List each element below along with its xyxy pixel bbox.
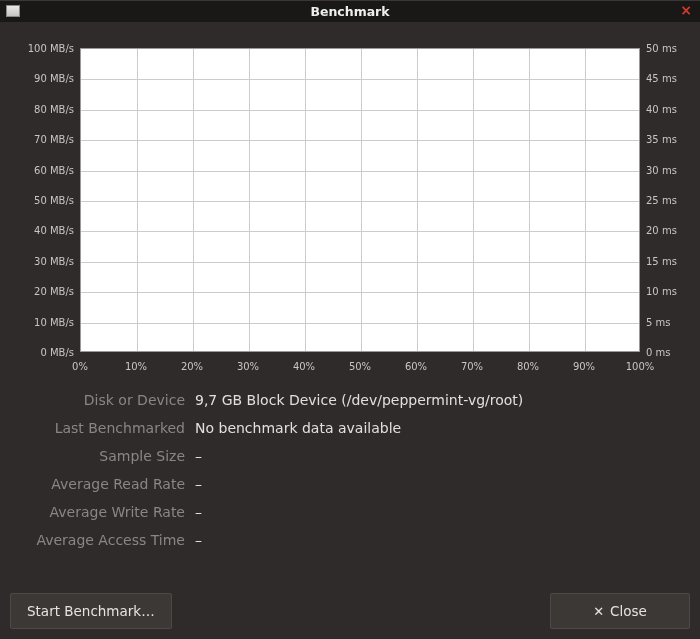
content-area: 100 MB/s50 ms90 MB/s45 ms80 MB/s40 ms70 … <box>0 22 700 639</box>
benchmark-window: Benchmark × 100 MB/s50 ms90 MB/s45 ms80 … <box>0 0 700 639</box>
close-x-icon: ✕ <box>593 605 604 618</box>
gridline-h <box>81 110 639 111</box>
info-value: No benchmark data available <box>195 420 690 436</box>
gridline-h <box>81 171 639 172</box>
gridline-h <box>81 292 639 293</box>
x-tick: 100% <box>626 361 655 372</box>
x-tick: 60% <box>405 361 427 372</box>
y-right-tick: 30 ms <box>646 164 690 175</box>
window-title: Benchmark <box>0 4 700 19</box>
gridline-h <box>81 201 639 202</box>
info-label: Average Read Rate <box>10 476 185 492</box>
gridline-v <box>137 49 138 351</box>
x-tick: 50% <box>349 361 371 372</box>
gridline-h <box>81 323 639 324</box>
info-label: Disk or Device <box>10 392 185 408</box>
info-value: – <box>195 476 690 492</box>
gridline-v <box>585 49 586 351</box>
y-left-tick: 30 MB/s <box>10 255 74 266</box>
x-tick: 10% <box>125 361 147 372</box>
x-tick: 20% <box>181 361 203 372</box>
start-benchmark-button[interactable]: Start Benchmark… <box>10 593 172 629</box>
gridline-v <box>473 49 474 351</box>
close-button[interactable]: ✕ Close <box>550 593 690 629</box>
y-right-tick: 15 ms <box>646 255 690 266</box>
gridline-v <box>193 49 194 351</box>
x-tick: 70% <box>461 361 483 372</box>
x-tick: 40% <box>293 361 315 372</box>
gridline-h <box>81 79 639 80</box>
gridline-h <box>81 231 639 232</box>
gridline-v <box>417 49 418 351</box>
close-button-label: Close <box>610 603 647 619</box>
gridline-v <box>529 49 530 351</box>
y-left-tick: 60 MB/s <box>10 164 74 175</box>
y-right-tick: 5 ms <box>646 316 690 327</box>
x-tick: 80% <box>517 361 539 372</box>
button-row: Start Benchmark… ✕ Close <box>10 579 690 629</box>
y-left-tick: 40 MB/s <box>10 225 74 236</box>
app-icon <box>6 5 20 17</box>
info-label: Average Access Time <box>10 532 185 548</box>
info-value: – <box>195 504 690 520</box>
gridline-v <box>305 49 306 351</box>
y-left-tick: 80 MB/s <box>10 103 74 114</box>
info-grid: Disk or Device9,7 GB Block Device (/dev/… <box>10 392 690 548</box>
y-right-tick: 10 ms <box>646 286 690 297</box>
x-tick: 30% <box>237 361 259 372</box>
y-right-tick: 40 ms <box>646 103 690 114</box>
y-right-tick: 0 ms <box>646 347 690 358</box>
y-left-tick: 50 MB/s <box>10 195 74 206</box>
info-value: 9,7 GB Block Device (/dev/peppermint-vg/… <box>195 392 690 408</box>
x-tick: 90% <box>573 361 595 372</box>
info-value: – <box>195 532 690 548</box>
gridline-h <box>81 262 639 263</box>
x-tick: 0% <box>72 361 88 372</box>
info-label: Sample Size <box>10 448 185 464</box>
gridline-v <box>361 49 362 351</box>
close-icon[interactable]: × <box>678 2 694 18</box>
gridline-v <box>249 49 250 351</box>
info-value: – <box>195 448 690 464</box>
y-right-tick: 25 ms <box>646 195 690 206</box>
y-left-tick: 100 MB/s <box>10 43 74 54</box>
y-right-tick: 50 ms <box>646 43 690 54</box>
gridline-h <box>81 140 639 141</box>
chart-plot-area <box>80 48 640 352</box>
benchmark-chart: 100 MB/s50 ms90 MB/s45 ms80 MB/s40 ms70 … <box>10 32 690 372</box>
y-left-tick: 70 MB/s <box>10 134 74 145</box>
y-left-tick: 0 MB/s <box>10 347 74 358</box>
y-right-tick: 45 ms <box>646 73 690 84</box>
y-right-tick: 35 ms <box>646 134 690 145</box>
y-left-tick: 90 MB/s <box>10 73 74 84</box>
y-left-tick: 10 MB/s <box>10 316 74 327</box>
titlebar[interactable]: Benchmark × <box>0 0 700 22</box>
info-label: Last Benchmarked <box>10 420 185 436</box>
y-right-tick: 20 ms <box>646 225 690 236</box>
start-benchmark-label: Start Benchmark… <box>27 603 155 619</box>
y-left-tick: 20 MB/s <box>10 286 74 297</box>
info-label: Average Write Rate <box>10 504 185 520</box>
